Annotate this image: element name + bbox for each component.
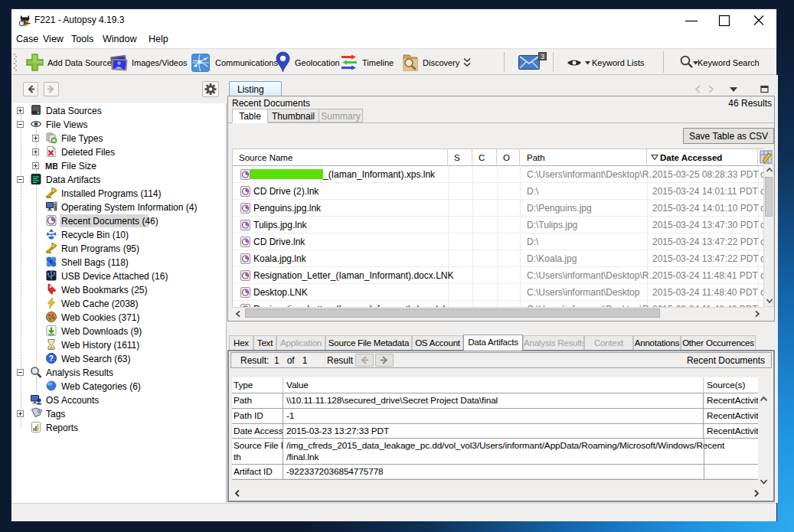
- svg-text:?: ?: [49, 354, 54, 363]
- svg-text:MB: MB: [45, 162, 57, 171]
